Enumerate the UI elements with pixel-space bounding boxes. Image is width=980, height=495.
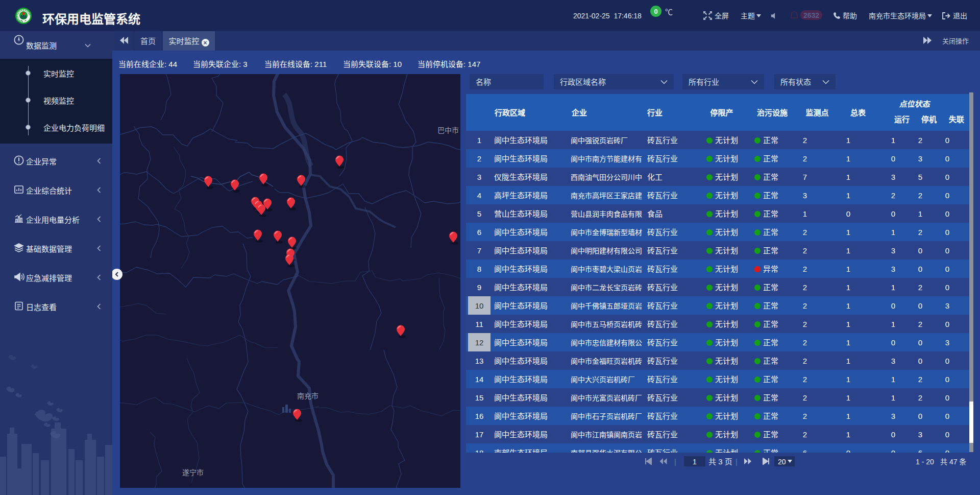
svg-text:南充市: 南充市 bbox=[297, 390, 318, 400]
svg-text:巴中市: 巴中市 bbox=[437, 125, 459, 135]
svg-text:遂宁市: 遂宁市 bbox=[182, 467, 204, 477]
